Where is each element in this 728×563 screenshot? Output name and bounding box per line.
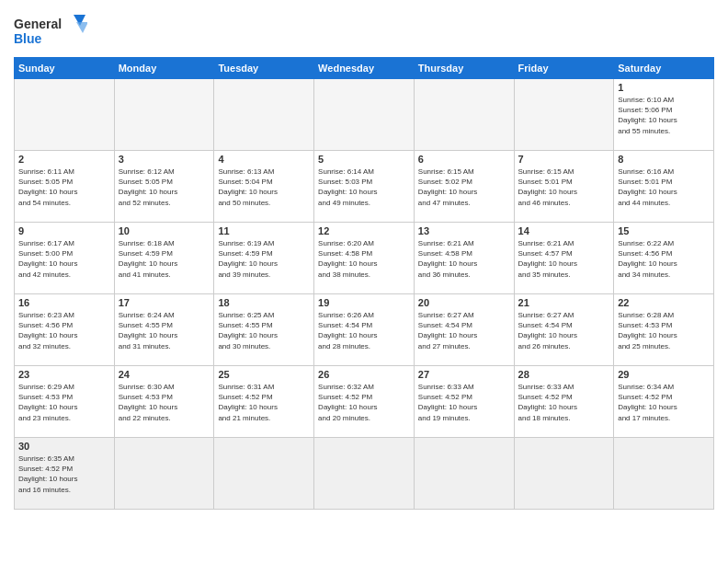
calendar-cell: 25Sunrise: 6:31 AMSunset: 4:52 PMDayligh… <box>214 366 314 438</box>
day-info: Sunrise: 6:22 AMSunset: 4:56 PMDaylight:… <box>618 238 710 280</box>
day-number: 1 <box>618 82 710 93</box>
day-info: Sunrise: 6:12 AMSunset: 5:05 PMDaylight:… <box>119 167 210 208</box>
day-number: 18 <box>218 297 310 308</box>
day-number: 25 <box>218 369 310 380</box>
calendar-cell: 24Sunrise: 6:30 AMSunset: 4:53 PMDayligh… <box>114 366 214 438</box>
day-info: Sunrise: 6:14 AMSunset: 5:03 PMDaylight:… <box>318 167 410 208</box>
day-info: Sunrise: 6:11 AMSunset: 5:05 PMDaylight:… <box>18 167 110 208</box>
calendar-cell <box>214 79 314 151</box>
day-number: 21 <box>518 297 610 308</box>
day-number: 26 <box>318 369 410 380</box>
weekday-header-saturday: Saturday <box>614 58 714 79</box>
day-number: 9 <box>18 225 110 236</box>
day-info: Sunrise: 6:15 AMSunset: 5:02 PMDaylight:… <box>418 167 510 208</box>
calendar-cell: 26Sunrise: 6:32 AMSunset: 4:52 PMDayligh… <box>314 366 415 438</box>
day-info: Sunrise: 6:19 AMSunset: 4:59 PMDaylight:… <box>218 238 310 280</box>
weekday-header-friday: Friday <box>514 58 614 79</box>
week-row-4: 23Sunrise: 6:29 AMSunset: 4:53 PMDayligh… <box>15 366 714 438</box>
day-info: Sunrise: 6:10 AMSunset: 5:06 PMDaylight:… <box>618 95 710 136</box>
calendar-cell <box>614 438 714 510</box>
day-info: Sunrise: 6:18 AMSunset: 4:59 PMDaylight:… <box>119 238 210 280</box>
day-info: Sunrise: 6:15 AMSunset: 5:01 PMDaylight:… <box>518 167 610 208</box>
weekday-header-wednesday: Wednesday <box>314 58 415 79</box>
day-number: 17 <box>119 297 210 308</box>
week-row-2: 9Sunrise: 6:17 AMSunset: 5:00 PMDaylight… <box>15 223 714 294</box>
calendar-cell: 16Sunrise: 6:23 AMSunset: 4:56 PMDayligh… <box>15 294 115 366</box>
calendar-cell: 28Sunrise: 6:33 AMSunset: 4:52 PMDayligh… <box>514 366 614 438</box>
calendar-cell <box>514 79 614 151</box>
day-info: Sunrise: 6:26 AMSunset: 4:54 PMDaylight:… <box>318 310 410 351</box>
calendar-cell <box>414 438 514 510</box>
day-info: Sunrise: 6:27 AMSunset: 4:54 PMDaylight:… <box>418 310 510 351</box>
day-number: 16 <box>18 297 110 308</box>
day-number: 13 <box>418 225 510 236</box>
calendar-cell: 22Sunrise: 6:28 AMSunset: 4:53 PMDayligh… <box>614 294 714 366</box>
day-info: Sunrise: 6:25 AMSunset: 4:55 PMDaylight:… <box>218 310 310 351</box>
day-number: 27 <box>418 369 510 380</box>
day-number: 23 <box>18 369 110 380</box>
calendar-cell: 13Sunrise: 6:21 AMSunset: 4:58 PMDayligh… <box>414 223 514 294</box>
day-number: 8 <box>618 154 710 165</box>
calendar-cell: 20Sunrise: 6:27 AMSunset: 4:54 PMDayligh… <box>414 294 514 366</box>
day-info: Sunrise: 6:29 AMSunset: 4:53 PMDaylight:… <box>18 382 110 423</box>
day-number: 28 <box>518 369 610 380</box>
day-info: Sunrise: 6:34 AMSunset: 4:52 PMDaylight:… <box>618 382 710 423</box>
day-info: Sunrise: 6:30 AMSunset: 4:53 PMDaylight:… <box>119 382 210 423</box>
day-info: Sunrise: 6:13 AMSunset: 5:04 PMDaylight:… <box>218 167 310 208</box>
day-number: 14 <box>518 225 610 236</box>
day-info: Sunrise: 6:21 AMSunset: 4:57 PMDaylight:… <box>518 238 610 280</box>
calendar-cell: 17Sunrise: 6:24 AMSunset: 4:55 PMDayligh… <box>114 294 214 366</box>
calendar-cell: 1Sunrise: 6:10 AMSunset: 5:06 PMDaylight… <box>614 79 714 151</box>
calendar-cell: 14Sunrise: 6:21 AMSunset: 4:57 PMDayligh… <box>514 223 614 294</box>
calendar-cell: 29Sunrise: 6:34 AMSunset: 4:52 PMDayligh… <box>614 366 714 438</box>
day-number: 6 <box>418 154 510 165</box>
calendar-cell <box>314 79 415 151</box>
svg-marker-3 <box>76 22 87 33</box>
day-number: 15 <box>618 225 710 236</box>
header: General Blue <box>14 9 714 50</box>
day-number: 12 <box>318 225 410 236</box>
weekday-header-monday: Monday <box>114 58 214 79</box>
day-number: 2 <box>18 154 110 165</box>
generalblue-logo-icon: General Blue <box>14 13 87 50</box>
day-info: Sunrise: 6:31 AMSunset: 4:52 PMDaylight:… <box>218 382 310 423</box>
day-number: 11 <box>218 225 310 236</box>
day-number: 24 <box>119 369 210 380</box>
week-row-1: 2Sunrise: 6:11 AMSunset: 5:05 PMDaylight… <box>15 151 714 223</box>
day-info: Sunrise: 6:35 AMSunset: 4:52 PMDaylight:… <box>18 454 110 495</box>
calendar-cell: 23Sunrise: 6:29 AMSunset: 4:53 PMDayligh… <box>15 366 115 438</box>
day-number: 29 <box>618 369 710 380</box>
calendar-table: SundayMondayTuesdayWednesdayThursdayFrid… <box>14 57 714 510</box>
weekday-header-thursday: Thursday <box>414 58 514 79</box>
calendar-cell <box>514 438 614 510</box>
svg-text:Blue: Blue <box>14 31 42 46</box>
calendar-cell: 12Sunrise: 6:20 AMSunset: 4:58 PMDayligh… <box>314 223 415 294</box>
week-row-3: 16Sunrise: 6:23 AMSunset: 4:56 PMDayligh… <box>15 294 714 366</box>
calendar-cell: 19Sunrise: 6:26 AMSunset: 4:54 PMDayligh… <box>314 294 415 366</box>
svg-text:General: General <box>14 17 62 31</box>
day-number: 20 <box>418 297 510 308</box>
week-row-5: 30Sunrise: 6:35 AMSunset: 4:52 PMDayligh… <box>15 438 714 510</box>
weekday-header-tuesday: Tuesday <box>214 58 314 79</box>
day-number: 4 <box>218 154 310 165</box>
day-info: Sunrise: 6:28 AMSunset: 4:53 PMDaylight:… <box>618 310 710 351</box>
calendar-cell: 4Sunrise: 6:13 AMSunset: 5:04 PMDaylight… <box>214 151 314 223</box>
day-number: 22 <box>618 297 710 308</box>
page: General Blue SundayMondayTuesdayWednesda… <box>0 0 728 563</box>
calendar-cell: 8Sunrise: 6:16 AMSunset: 5:01 PMDaylight… <box>614 151 714 223</box>
calendar-cell: 27Sunrise: 6:33 AMSunset: 4:52 PMDayligh… <box>414 366 514 438</box>
day-info: Sunrise: 6:23 AMSunset: 4:56 PMDaylight:… <box>18 310 110 351</box>
day-number: 5 <box>318 154 410 165</box>
calendar-cell: 30Sunrise: 6:35 AMSunset: 4:52 PMDayligh… <box>15 438 115 510</box>
calendar-cell: 21Sunrise: 6:27 AMSunset: 4:54 PMDayligh… <box>514 294 614 366</box>
day-info: Sunrise: 6:20 AMSunset: 4:58 PMDaylight:… <box>318 238 410 280</box>
calendar-cell <box>15 79 115 151</box>
calendar-cell <box>314 438 415 510</box>
calendar-cell <box>114 438 214 510</box>
calendar-cell: 2Sunrise: 6:11 AMSunset: 5:05 PMDaylight… <box>15 151 115 223</box>
week-row-0: 1Sunrise: 6:10 AMSunset: 5:06 PMDaylight… <box>15 79 714 151</box>
calendar-cell: 9Sunrise: 6:17 AMSunset: 5:00 PMDaylight… <box>15 223 115 294</box>
calendar-cell <box>114 79 214 151</box>
day-info: Sunrise: 6:27 AMSunset: 4:54 PMDaylight:… <box>518 310 610 351</box>
weekday-header-row: SundayMondayTuesdayWednesdayThursdayFrid… <box>15 58 714 79</box>
